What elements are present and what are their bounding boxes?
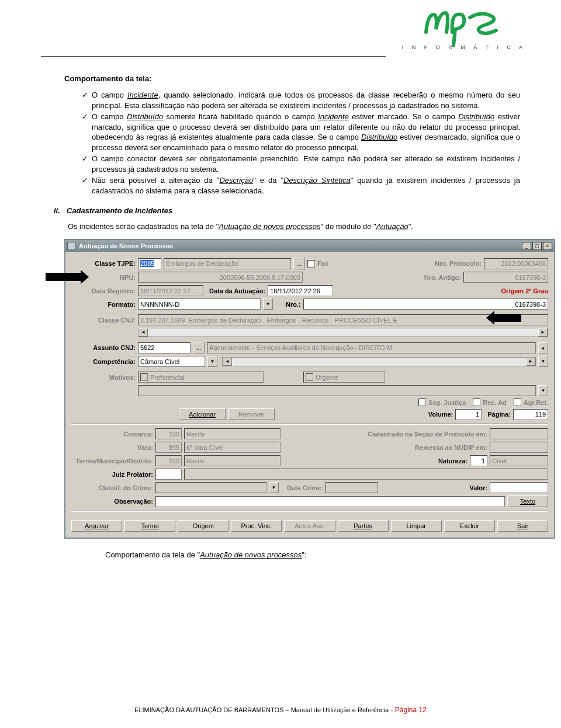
obs-label: Observação: [71, 498, 153, 505]
arrow-left-icon [46, 273, 81, 281]
recad-checkbox[interactable] [473, 398, 480, 406]
termo-button[interactable]: Termo [124, 520, 175, 532]
nat-txt-field: Cível [490, 455, 548, 466]
agrret-checkbox[interactable] [514, 398, 521, 406]
volume-label: Volume: [428, 411, 453, 418]
datareg-label: Data Registro: [71, 287, 136, 294]
arquivar-button[interactable]: Arquivar [71, 520, 122, 532]
formato-label: Formato: [71, 301, 136, 308]
preferencial-checkbox [140, 373, 148, 381]
classe-lookup-button[interactable]: ... [293, 258, 305, 269]
assunto-txt-field: Agenciamento - Serviços Auxiliares da Na… [207, 342, 536, 353]
datacrime-label: Data Crime: [287, 484, 323, 491]
below-text: Comportamento da tela de "Autuação de no… [105, 550, 520, 559]
formato-field[interactable]: NNNNNNN-D [138, 299, 261, 310]
remnudip-label: Remessa ao NUDIP em: [415, 444, 487, 451]
classif-dropdown: ▼ [269, 482, 279, 493]
fax-label: Fax [317, 260, 328, 267]
logo: I N F O R M Á T I C A [402, 6, 526, 50]
protocolo-field: 2012.00003456 [484, 258, 548, 269]
assunto-lookup-button[interactable]: ... [193, 342, 205, 353]
maximize-button[interactable]: □ [532, 242, 542, 250]
bullet-3: ✓O campo conector deverá ser obrigatoria… [82, 154, 520, 174]
bullet-4: ✓Não será possível a alteração da "Descr… [82, 175, 520, 196]
remover-button: Remover [228, 408, 275, 420]
pagina-field[interactable]: 119 [513, 409, 548, 420]
classecnj-label: Classe CNJ: [71, 317, 136, 324]
texto-button[interactable]: Texto [507, 495, 548, 507]
motivos-label: Motivos: [71, 374, 136, 381]
vara-label: Vara: [71, 444, 153, 451]
assunto-up[interactable]: ▲ [538, 342, 548, 353]
limpar-button[interactable]: Limpar [391, 520, 442, 532]
vara-cod-field: 895 [155, 442, 182, 453]
assunto-label: Assunto CNJ: [71, 344, 136, 351]
nro-field[interactable]: 0167398-3 [303, 299, 548, 310]
antigo-field: 0167398-3 [463, 272, 548, 283]
fax-checkbox[interactable] [307, 260, 315, 268]
juiz-cod-field[interactable] [155, 469, 182, 480]
classe-txt-field: Embargos de Declaração [164, 258, 291, 269]
datacrime-field [325, 482, 378, 493]
bullet-1: ✓O campo Incidente, quando selecionado, … [82, 90, 520, 110]
comarca-cod-field: 100 [155, 428, 182, 439]
preferencial-box: Preferencial [138, 372, 264, 383]
screenshot-container: Autuação de Novos Processos _ □ × Classe… [64, 239, 520, 539]
vara-txt-field: 6ª Vara Cível [184, 442, 280, 453]
section-title: Comportamento da tela: [64, 74, 520, 83]
comp-label: Competência: [71, 358, 136, 365]
remnudip-field [490, 442, 548, 453]
window-icon [67, 242, 75, 250]
origem-label: Origem 2º Grau [501, 287, 548, 294]
termo-txt-field: Recife [184, 455, 280, 466]
assunto-cod-field[interactable]: 5622 [138, 342, 191, 353]
nat-cod-field[interactable]: 1 [470, 455, 487, 466]
protocolo-label: Nro. Protocolo: [435, 260, 482, 267]
termo-label: Termo/Município/Distrito: [71, 457, 153, 464]
sair-button[interactable]: Sair [497, 520, 548, 532]
classe-cod-field[interactable]: 2085 [138, 258, 161, 269]
dataaut-field[interactable]: 18/11/2012 22:26 [268, 285, 333, 296]
urgente-checkbox [306, 373, 313, 381]
classecnj-scroll[interactable]: ◄► [138, 328, 548, 337]
adicionar-button[interactable]: Adicionar [179, 408, 226, 420]
formato-dropdown[interactable]: ▼ [263, 299, 273, 310]
obs-field[interactable] [155, 496, 505, 507]
natureza-label: Natureza: [438, 457, 468, 464]
comp-field[interactable]: Câmara Cível [138, 356, 205, 367]
autosass-button: Autos Ass. [284, 520, 335, 532]
volume-field[interactable]: 1 [455, 409, 482, 420]
comp-dropdown[interactable]: ▼ [207, 356, 217, 367]
window: Autuação de Novos Processos _ □ × Classe… [64, 239, 555, 539]
cadprot-label: Cadastrado na Seção de Protocolo em: [368, 431, 487, 438]
datareg-field: 18/11/2012 22:27 [138, 285, 203, 296]
comarca-txt-field: Recife [184, 428, 280, 439]
segjust-checkbox[interactable] [418, 398, 426, 406]
titlebar: Autuação de Novos Processos _ □ × [65, 240, 554, 252]
page-footer: ELIMINAÇÃO DA AUTUAÇÃO DE BARRAMENTOS – … [0, 706, 561, 714]
bullet-2: ✓O campo Distribuído somente ficará habi… [82, 112, 520, 152]
assunto-down[interactable]: ▼ [538, 356, 548, 367]
urgente-box: Urgente [303, 372, 385, 383]
close-button[interactable]: × [543, 242, 552, 250]
minimize-button[interactable]: _ [522, 242, 531, 250]
window-title: Autuação de Novos Processos [79, 242, 521, 249]
procvinc-button[interactable]: Proc. Vinc. [231, 520, 282, 532]
origem-button[interactable]: Origem [178, 520, 228, 532]
valor-label: Valor: [469, 484, 487, 491]
sub-item-ii: ii.Cadastramento de Incidentes [54, 206, 520, 215]
excluir-button[interactable]: Excluir [444, 520, 495, 532]
assunto-scroll[interactable]: ◄► [222, 357, 536, 366]
logo-text: I N F O R M Á T I C A [402, 44, 526, 50]
classif-label: Classif. do Crime: [71, 484, 153, 491]
juiz-txt-field [184, 469, 548, 480]
classif-field [155, 482, 266, 493]
header-rule [41, 56, 386, 57]
comarca-label: Comarca: [71, 431, 153, 438]
arrow-right-icon [494, 314, 521, 322]
valor-field[interactable] [490, 482, 548, 493]
antigo-label: Nro. Antigo: [424, 274, 461, 281]
pagina-label: Página: [487, 411, 511, 418]
partes-button[interactable]: Partes [338, 520, 389, 532]
motivos-dropdown[interactable]: ▼ [538, 385, 548, 396]
